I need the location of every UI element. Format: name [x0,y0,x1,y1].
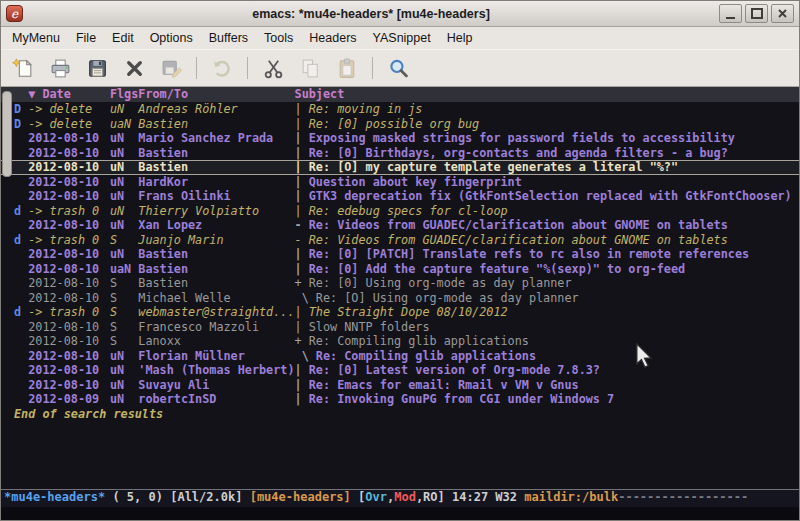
end-of-results: End of search results [1,407,799,422]
message-row[interactable]: 2012-08-10SFrancesco Mazzoli| Slow NNTP … [1,320,799,335]
header-column-from-to: From/To [138,87,188,102]
new-file-icon[interactable] [9,54,37,82]
header-line: ▼ DateFlgsFrom/ToSubject [1,87,799,102]
message-row[interactable]: d-> trash 0Swebmaster@straightd...| The … [1,305,799,320]
titlebar[interactable]: e emacs: *mu4e-headers* [mu4e-headers] [1,1,799,27]
menu-help[interactable]: Help [439,28,481,48]
menu-tools[interactable]: Tools [256,28,301,48]
menubar: MyMenuFileEditOptionsBuffersToolsHeaders… [1,27,799,49]
modeline-segment: 14:27 W32 [452,490,524,504]
sort-indicator[interactable]: ▼ [28,87,35,102]
modeline-segment: Ovr [365,490,387,504]
message-row[interactable]: 2012-08-10uaNBastien| Re: [0] Add the ca… [1,262,799,277]
scrollbar-thumb[interactable] [2,91,12,177]
window-controls [719,4,794,23]
modeline-segment: ,RO] [416,490,452,504]
message-row[interactable]: 2012-08-10uNSuvayu Ali| Re: Emacs for em… [1,378,799,393]
modeline-segment: ( 5, 0) [105,490,170,504]
close-buffer-icon[interactable] [120,54,148,82]
message-row[interactable]: 2012-08-10uNFrans Oilinki| GTK3 deprecat… [1,189,799,204]
toolbar-separator [372,57,373,79]
undo-icon [208,54,236,82]
message-row[interactable]: 2012-08-10uN'Mash (Thomas Herbert)| Re: … [1,363,799,378]
menu-edit[interactable]: Edit [104,28,142,48]
header-column-flgs: Flgs [110,87,138,102]
menu-buffers[interactable]: Buffers [201,28,256,48]
toolbar-separator [247,57,248,79]
header-column-date: Date [42,87,70,102]
echo-area[interactable] [1,507,799,521]
save-as-icon [157,54,185,82]
message-row[interactable]: 2012-08-09uNrobertcInSD| Re: Invoking Gn… [1,392,799,407]
modeline-segment: maildir:/bulk [524,490,618,504]
message-row[interactable]: 2012-08-10uNXan Lopez- Re: Videos from G… [1,218,799,233]
message-row[interactable]: 2012-08-10uNBastien| Re: [0] [PATCH] Tra… [1,247,799,262]
message-row[interactable]: d-> trash 0uNThierry Volpiatto| Re: edeb… [1,204,799,219]
search-icon[interactable] [384,54,412,82]
menu-mymenu[interactable]: MyMenu [4,28,68,48]
message-row[interactable]: 2012-08-10SMichael Welle \ Re: [O] Using… [1,291,799,306]
minimize-icon [726,17,735,19]
modeline-segment: Mod [394,490,416,504]
menu-headers[interactable]: Headers [301,28,364,48]
copy-icon [296,54,324,82]
close-button[interactable] [771,4,794,23]
modeline-segment: [All/2.0k] [170,490,249,504]
menu-options[interactable]: Options [142,28,201,48]
message-row[interactable]: 2012-08-10uNHardKor| Question about key … [1,175,799,190]
cut-icon[interactable] [259,54,287,82]
message-row[interactable]: 2012-08-10SLanoxx+ Re: Compiling glib ap… [1,334,799,349]
message-row[interactable]: 2012-08-10uNBastien| Re: [O] my capture … [1,160,799,175]
save-icon[interactable] [83,54,111,82]
modeline-segment: [mu4e-headers] [250,490,351,504]
message-row[interactable]: d-> trash 0SJuanjo Marin- Re: Videos fro… [1,233,799,248]
message-row[interactable]: D-> deleteuaNBastien| Re: [0] possible o… [1,117,799,132]
modeline-segment: ------------------ [618,490,748,504]
message-row[interactable]: D-> deleteuNAndreas Röhler| Re: moving i… [1,102,799,117]
modeline-segment: [ [351,490,365,504]
toolbar-separator [196,57,197,79]
modeline-segment: *mu4e-headers* [4,490,105,504]
emacs-window: e emacs: *mu4e-headers* [mu4e-headers] M… [0,0,800,521]
header-column-subject: Subject [295,87,345,102]
mouse-cursor [635,343,653,369]
message-row[interactable]: 2012-08-10uNBastien| Re: [0] Birthdays, … [1,146,799,161]
message-row[interactable]: 2012-08-10uNFlorian Müllner \ Re: Compil… [1,349,799,364]
menu-yasnippet[interactable]: YASnippet [365,28,439,48]
print-icon[interactable] [46,54,74,82]
message-row[interactable]: 2012-08-10uNMario Sanchez Prada| Exposin… [1,131,799,146]
modeline[interactable]: *mu4e-headers* ( 5, 0) [All/2.0k] [mu4e-… [1,489,799,507]
paste-icon [333,54,361,82]
emacs-icon[interactable]: e [6,5,23,22]
close-icon [778,9,787,18]
maximize-button[interactable] [745,4,768,23]
buffer-area[interactable]: ▼ DateFlgsFrom/ToSubject D-> deleteuNAnd… [1,87,799,489]
menu-file[interactable]: File [68,28,104,48]
minimize-button[interactable] [719,4,742,23]
maximize-icon [751,8,763,19]
message-row[interactable]: 2012-08-10SBastien+ Re: [0] Using org-mo… [1,276,799,291]
toolbar [1,49,799,87]
svg-text:e: e [11,7,19,21]
message-list: D-> deleteuNAndreas Röhler| Re: moving i… [1,102,799,407]
window-title: emacs: *mu4e-headers* [mu4e-headers] [27,7,715,21]
